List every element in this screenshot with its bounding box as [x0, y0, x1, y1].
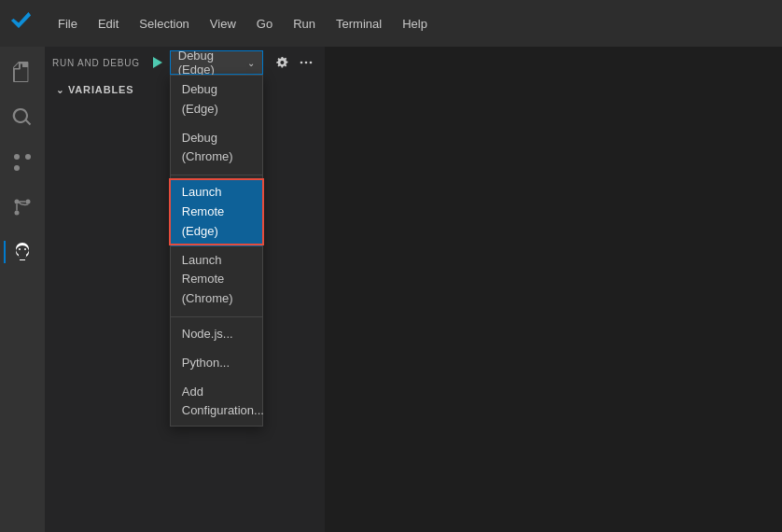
menu-file[interactable]: File — [49, 13, 87, 35]
dropdown-select-button[interactable]: Debug (Edge) ⌄ — [170, 50, 263, 75]
activity-source-control-icon[interactable] — [4, 144, 41, 181]
run-debug-label: RUN AND DEBUG — [52, 58, 140, 68]
dropdown-menu: Debug (Edge) Debug (Chrome) Launch Remot… — [170, 75, 263, 427]
menu-view[interactable]: View — [201, 13, 245, 35]
activity-bar — [0, 47, 45, 532]
main-area: RUN AND DEBUG Debug (Edge) ⌄ Debug (Edge… — [0, 47, 782, 532]
toolbar-icons — [271, 51, 317, 74]
menu-edit[interactable]: Edit — [89, 13, 128, 35]
menu-go[interactable]: Go — [247, 13, 282, 35]
dropdown-item-python[interactable]: Python... — [171, 349, 262, 378]
svg-point-9 — [300, 62, 303, 64]
svg-rect-0 — [22, 62, 28, 67]
dropdown-item-add-configuration[interactable]: Add Configuration... — [171, 378, 262, 427]
play-button[interactable] — [147, 53, 166, 72]
dropdown-separator-2 — [171, 316, 262, 317]
variables-label: VARIABLES — [68, 84, 134, 95]
dropdown-arrow-icon: ⌄ — [247, 58, 255, 68]
menu-help[interactable]: Help — [393, 13, 437, 35]
dropdown-item-nodejs[interactable]: Node.js... — [171, 320, 262, 349]
dropdown-separator-1 — [171, 175, 262, 175]
dropdown-item-debug-edge[interactable]: Debug (Edge) — [171, 76, 262, 124]
svg-point-10 — [305, 62, 308, 64]
vscode-logo-icon — [7, 8, 37, 38]
menu-selection[interactable]: Selection — [130, 13, 198, 35]
activity-debug-icon[interactable] — [4, 233, 41, 271]
debug-sidebar: RUN AND DEBUG Debug (Edge) ⌄ Debug (Edge… — [45, 47, 325, 532]
svg-point-7 — [24, 248, 26, 250]
dropdown-item-launch-remote-chrome[interactable]: Launch Remote (Chrome) — [171, 246, 262, 314]
debug-config-dropdown[interactable]: Debug (Edge) ⌄ Debug (Edge) Debug (Chrom… — [170, 50, 263, 75]
svg-point-3 — [14, 154, 20, 160]
menubar: File Edit Selection View Go Run Terminal… — [0, 0, 782, 47]
svg-point-2 — [25, 154, 31, 160]
activity-explorer-icon[interactable] — [4, 54, 41, 91]
svg-point-11 — [310, 62, 313, 64]
editor-area — [325, 47, 782, 532]
svg-point-5 — [15, 211, 20, 216]
svg-point-1 — [14, 165, 20, 171]
menu-terminal[interactable]: Terminal — [327, 13, 391, 35]
menu-run[interactable]: Run — [284, 13, 325, 35]
activity-search-icon[interactable] — [4, 99, 41, 136]
dropdown-item-launch-remote-edge[interactable]: Launch Remote (Edge) — [171, 178, 262, 245]
gear-icon[interactable] — [271, 51, 293, 74]
dropdown-item-debug-chrome[interactable]: Debug (Chrome) — [171, 124, 262, 173]
debug-toolbar: RUN AND DEBUG Debug (Edge) ⌄ Debug (Edge… — [45, 47, 325, 78]
more-actions-icon[interactable] — [295, 51, 317, 74]
svg-point-6 — [26, 200, 31, 204]
dropdown-selected-value: Debug (Edge) — [178, 49, 247, 77]
svg-point-8 — [19, 248, 21, 250]
menu-items: File Edit Selection View Go Run Terminal… — [49, 13, 437, 35]
chevron-icon[interactable]: ⌄ — [56, 85, 64, 95]
activity-git-icon[interactable] — [4, 189, 41, 226]
